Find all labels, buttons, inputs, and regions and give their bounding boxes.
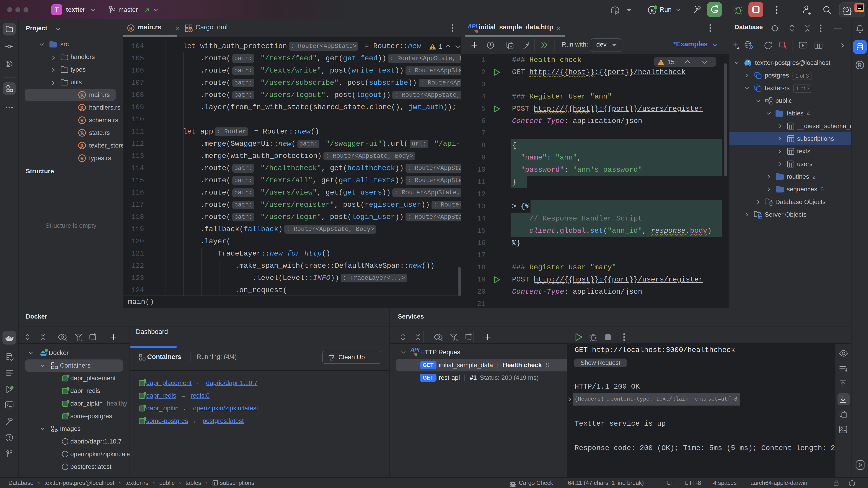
svg-text:R: R — [129, 26, 133, 31]
svg-text:R: R — [80, 130, 84, 136]
svg-text:R: R — [650, 7, 654, 13]
svg-text:R: R — [858, 62, 862, 69]
svg-text:R: R — [80, 92, 84, 98]
svg-text:R: R — [80, 105, 84, 111]
svg-text:R: R — [189, 29, 192, 32]
svg-text:R: R — [80, 118, 84, 123]
svg-text:R: R — [80, 156, 84, 161]
svg-text:R: R — [80, 143, 84, 149]
